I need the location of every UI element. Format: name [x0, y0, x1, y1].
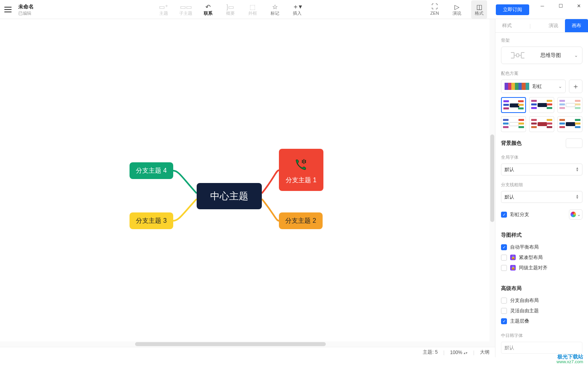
zen-button[interactable]: ⛶ ZEN — [427, 0, 443, 19]
summary-button[interactable]: ]▭ 概要 — [222, 0, 238, 19]
map-style-title: 导图样式 — [501, 232, 582, 239]
topic-icon: ▭⁺ — [159, 3, 168, 10]
boundary-button[interactable]: ⬚ 外框 — [245, 0, 261, 19]
toolbar-center: ▭⁺ 主题 ▭▭ 子主题 ↶ 联系 ]▭ 概要 ⬚ 外框 ☆ 标记 ＋▾ 插入 — [34, 0, 427, 19]
window-controls: ─ ☐ ✕ — [533, 0, 588, 19]
global-font-select[interactable]: 默认 ▲▼ — [501, 164, 582, 175]
toolbar-right: ⛶ ZEN ▷ 演说 ◫ 格式 立即订阅 — [427, 0, 533, 19]
format-icon: ◫ — [476, 3, 482, 10]
insert-button[interactable]: ＋▾ 插入 — [289, 0, 305, 19]
rainbow-branch-label: 彩虹分支 — [510, 211, 529, 218]
chevron-down-icon: ⌄ — [558, 84, 562, 89]
topic-label: 主题 — [159, 10, 168, 16]
theme-card-3[interactable] — [557, 97, 582, 113]
marker-label: 标记 — [271, 10, 279, 16]
boundary-icon: ⬚ — [250, 3, 255, 10]
global-font-label: 全局字体 — [501, 154, 582, 160]
status-bar: 主题: 5 | 100% ▴▾ | 大纲 — [0, 347, 495, 357]
theme-card-1[interactable] — [501, 97, 526, 113]
auto-balance-label: 自动平衡布局 — [510, 244, 539, 251]
boundary-label: 外框 — [248, 10, 257, 16]
branch-topic-1[interactable]: 分支主题 1 — [279, 149, 323, 191]
scheme-label: 配色方案 — [501, 70, 582, 76]
theme-grid — [501, 97, 582, 132]
hscroll-thumb[interactable] — [135, 342, 326, 346]
cjk-font-select[interactable]: 默认 — [501, 342, 582, 354]
doc-status: 已编辑 — [18, 10, 34, 16]
branch-topic-1-label: 分支主题 1 — [286, 176, 316, 185]
summary-label: 概要 — [226, 10, 235, 16]
present-button[interactable]: ▷ 演说 — [449, 0, 465, 19]
bg-color-label: 背景颜色 — [501, 140, 522, 147]
theme-card-5[interactable] — [529, 116, 554, 132]
zen-icon: ⛶ — [431, 3, 438, 10]
vertical-scrollbar[interactable] — [489, 19, 495, 341]
rainbow-color-button[interactable]: ⌄ — [569, 209, 582, 220]
scheme-selector[interactable]: 彩虹 ⌄ — [501, 80, 566, 93]
free-topic-checkbox[interactable] — [501, 308, 507, 314]
theme-card-6[interactable] — [557, 116, 582, 132]
maximize-button[interactable]: ☐ — [551, 0, 570, 12]
hamburger-icon — [4, 7, 12, 12]
relationship-button[interactable]: ↶ 联系 — [200, 0, 216, 19]
skeleton-value: 思维导图 — [529, 52, 572, 59]
theme-card-2[interactable] — [529, 97, 554, 113]
branch-width-label: 分支线粗细 — [501, 182, 582, 188]
tab-canvas[interactable]: 画布 — [565, 19, 588, 33]
adv-layout-title: 高级布局 — [501, 285, 582, 292]
stepper-icon: ▲▼ — [576, 195, 579, 199]
insert-label: 插入 — [293, 10, 302, 16]
scheme-swatch — [505, 83, 529, 90]
subscribe-button[interactable]: 立即订阅 — [496, 4, 529, 15]
subtopic-label: 子主题 — [179, 10, 192, 16]
marker-button[interactable]: ☆ 标记 — [267, 0, 283, 19]
topic-button[interactable]: ▭⁺ 主题 — [156, 0, 172, 19]
zoom-control[interactable]: 100% ▴▾ — [450, 350, 468, 355]
auto-balance-checkbox[interactable]: ✓ — [501, 244, 507, 250]
compact-checkbox[interactable] — [501, 255, 507, 261]
lock-icon: 🔒 — [510, 265, 516, 271]
branch-topic-3[interactable]: 分支主题 3 — [130, 212, 173, 229]
doc-title-block: 未命名 已编辑 — [18, 0, 34, 19]
tab-present[interactable]: 演说 — [542, 19, 565, 33]
central-topic[interactable]: 中心主题 — [197, 183, 262, 209]
cjk-font-label: 中日韩字体 — [501, 333, 582, 339]
branch-topic-4[interactable]: 分支主题 4 — [130, 162, 173, 179]
menu-button[interactable] — [0, 0, 16, 19]
horizontal-scrollbar[interactable] — [0, 341, 495, 347]
rainbow-icon — [571, 212, 576, 217]
outline-toggle[interactable]: 大纲 — [480, 349, 489, 356]
insert-icon: ＋▾ — [292, 3, 302, 10]
tab-style[interactable]: 样式 — [495, 19, 518, 33]
marker-icon: ☆ — [272, 3, 278, 10]
minimize-button[interactable]: ─ — [533, 0, 551, 12]
overlap-checkbox[interactable]: ✓ — [501, 318, 507, 324]
scheme-value: 彩虹 — [532, 83, 556, 90]
lock-icon: 🔒 — [510, 255, 516, 260]
free-branch-checkbox[interactable] — [501, 298, 507, 304]
free-topic-label: 灵活自由主题 — [510, 308, 539, 314]
format-label: 格式 — [475, 10, 484, 16]
summary-icon: ]▭ — [226, 3, 234, 10]
right-panel: 样式 | 演说 画布 骨架 思维导图 ⌄ 配色方案 彩虹 ⌄ — [495, 19, 588, 357]
compact-label: 紧凑型布局 — [519, 254, 543, 261]
branch-topic-2[interactable]: 分支主题 2 — [279, 212, 323, 229]
rainbow-branch-checkbox[interactable]: ✓ — [501, 212, 507, 218]
close-button[interactable]: ✕ — [570, 0, 588, 12]
branch-width-select[interactable]: 默认 ▲▼ — [501, 191, 582, 203]
format-button[interactable]: ◫ 格式 — [471, 0, 487, 19]
subtopic-button[interactable]: ▭▭ 子主题 — [178, 0, 194, 19]
canvas[interactable]: 中心主题 分支主题 4 分支主题 3 分支主题 2 分支主题 1 主题: 5 |… — [0, 19, 495, 357]
bg-color-swatch[interactable] — [566, 138, 582, 148]
chevron-down-icon: ⌄ — [574, 53, 578, 58]
present-icon: ▷ — [455, 3, 459, 10]
vscroll-thumb[interactable] — [490, 134, 494, 222]
skeleton-label: 骨架 — [501, 37, 582, 43]
cjk-font-value: 默认 — [505, 345, 514, 351]
align-siblings-checkbox[interactable] — [501, 265, 507, 271]
scheme-add-button[interactable]: ＋ — [569, 80, 582, 93]
skeleton-selector[interactable]: 思维导图 ⌄ — [501, 47, 582, 64]
zen-label: ZEN — [430, 10, 439, 16]
theme-card-4[interactable] — [501, 116, 526, 132]
stepper-icon: ▲▼ — [576, 167, 579, 172]
